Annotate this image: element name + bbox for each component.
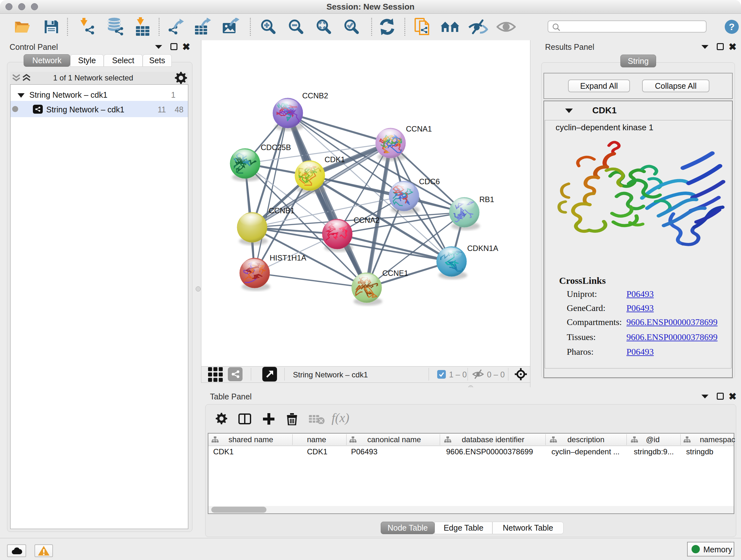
svg-text:CCNA1: CCNA1 xyxy=(406,125,432,133)
svg-text:CDKN1A: CDKN1A xyxy=(467,244,498,253)
svg-text:CCNB1: CCNB1 xyxy=(269,206,294,215)
svg-text:CDC6: CDC6 xyxy=(419,177,440,186)
svg-text:RB1: RB1 xyxy=(479,195,494,204)
svg-text:CDC25B: CDC25B xyxy=(261,143,291,152)
svg-text:CCNB2: CCNB2 xyxy=(302,91,328,100)
svg-text:CDK1: CDK1 xyxy=(325,155,345,164)
svg-text:CCNE1: CCNE1 xyxy=(382,269,408,277)
svg-text:HIST1H1A: HIST1H1A xyxy=(270,253,307,262)
svg-text:CCNA2: CCNA2 xyxy=(354,216,380,225)
